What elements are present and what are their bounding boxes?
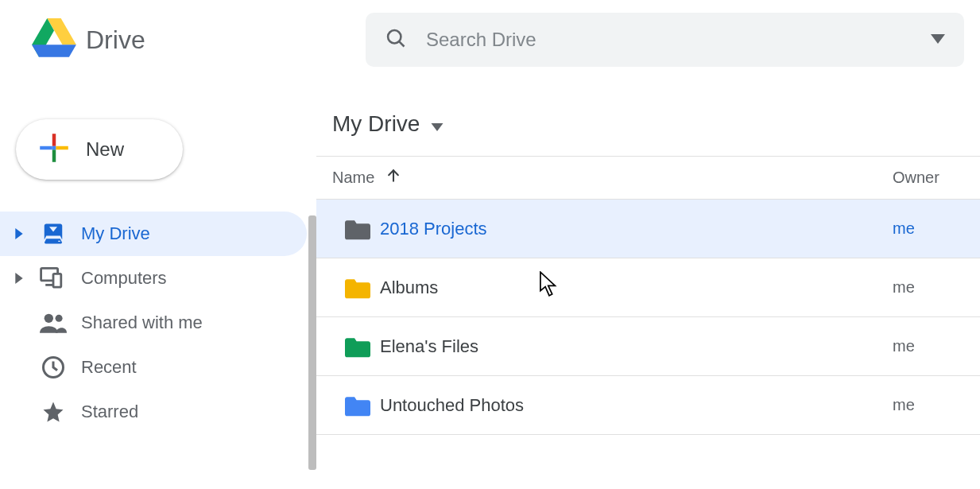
folder-icon <box>345 277 380 299</box>
file-name: Albums <box>380 277 893 298</box>
clock-icon <box>40 355 67 379</box>
expand-icon[interactable] <box>13 228 25 239</box>
sidebar-nav: My Drive Computers <box>0 212 316 434</box>
column-headers: Name Owner <box>316 157 980 200</box>
sidebar-item-starred[interactable]: Starred <box>0 390 307 434</box>
sidebar-item-label: Starred <box>81 402 138 422</box>
file-row[interactable]: Untouched Photosme <box>316 376 980 435</box>
new-button[interactable]: New <box>16 119 183 180</box>
svg-line-1 <box>399 41 404 46</box>
sort-ascending-icon[interactable] <box>385 168 401 188</box>
svg-point-11 <box>56 315 63 322</box>
expand-icon[interactable] <box>13 273 25 284</box>
search-icon <box>385 27 407 52</box>
folder-icon <box>345 336 380 358</box>
sidebar-item-label: My Drive <box>81 223 150 244</box>
file-name: 2018 Projects <box>380 219 893 239</box>
sidebar-item-label: Recent <box>81 357 137 378</box>
svg-rect-4 <box>40 146 52 149</box>
drive-icon <box>40 222 67 246</box>
drive-logo-icon <box>32 18 76 61</box>
scrollbar[interactable] <box>308 215 316 470</box>
search-input[interactable] <box>426 29 912 51</box>
app-title: Drive <box>86 25 145 55</box>
file-owner: me <box>893 396 964 414</box>
folder-icon <box>345 218 380 240</box>
svg-rect-6 <box>52 146 56 149</box>
svg-rect-5 <box>56 146 68 149</box>
column-name[interactable]: Name <box>332 168 893 188</box>
computers-icon <box>40 267 67 289</box>
svg-rect-3 <box>52 149 56 162</box>
plus-icon <box>38 132 70 167</box>
new-button-label: New <box>86 138 124 161</box>
file-name: Untouched Photos <box>380 395 893 416</box>
file-list: 2018 ProjectsmeAlbumsmeElena's FilesmeUn… <box>316 200 980 435</box>
svg-point-10 <box>45 314 53 323</box>
breadcrumb[interactable]: My Drive <box>316 111 980 156</box>
folder-icon <box>345 394 380 417</box>
sidebar-item-computers[interactable]: Computers <box>0 256 307 301</box>
svg-rect-8 <box>53 274 61 287</box>
file-owner: me <box>893 337 964 355</box>
file-owner: me <box>893 278 964 297</box>
search-options-dropdown-icon[interactable] <box>931 33 945 47</box>
svg-rect-2 <box>52 134 56 146</box>
column-owner-label: Owner <box>893 169 939 186</box>
svg-point-0 <box>388 30 401 43</box>
sidebar-item-label: Computers <box>81 268 167 289</box>
shared-icon <box>40 312 67 333</box>
drive-logo-lockup[interactable]: Drive <box>32 18 366 61</box>
breadcrumb-label: My Drive <box>332 111 420 137</box>
star-icon <box>40 400 67 424</box>
file-owner: me <box>893 219 964 238</box>
file-row[interactable]: 2018 Projectsme <box>316 200 980 258</box>
sidebar-item-my-drive[interactable]: My Drive <box>0 212 307 256</box>
sidebar-item-recent[interactable]: Recent <box>0 345 307 390</box>
file-row[interactable]: Albumsme <box>316 258 980 317</box>
file-name: Elena's Files <box>380 336 893 357</box>
column-owner[interactable]: Owner <box>893 169 964 187</box>
file-row[interactable]: Elena's Filesme <box>316 317 980 376</box>
sidebar-item-shared[interactable]: Shared with me <box>0 301 307 345</box>
chevron-down-icon <box>431 111 444 137</box>
search-box[interactable] <box>366 13 964 67</box>
column-name-label: Name <box>332 169 374 187</box>
sidebar-item-label: Shared with me <box>81 312 203 333</box>
